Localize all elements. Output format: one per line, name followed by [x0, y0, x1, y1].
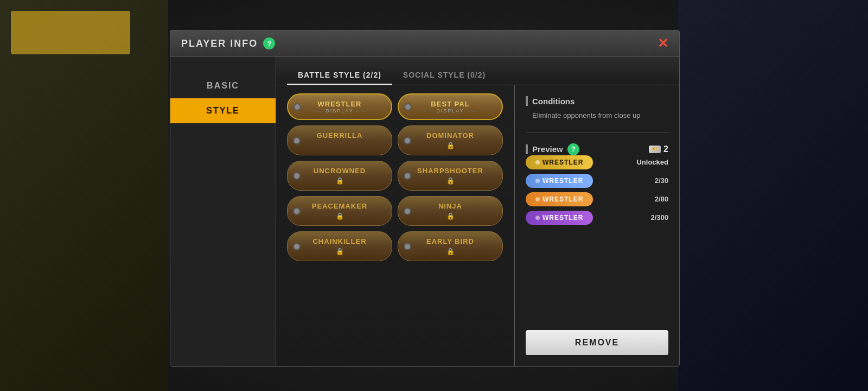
- info-badge[interactable]: ?: [263, 37, 275, 49]
- style-btn-dominator-lock: 🔒: [446, 142, 455, 149]
- style-btn-ninja-name: NINJA: [438, 202, 462, 210]
- dialog-title: PLAYER INFO: [181, 38, 258, 49]
- style-btn-uncrowned-name: UNCROWNED: [314, 167, 366, 175]
- style-grid: WRESTLER DISPLAY BEST PAL DISPLAY: [276, 85, 514, 366]
- style-btn-best-pal-display: DISPLAY: [423, 108, 477, 113]
- player-info-dialog: PLAYER INFO ? ✕ BASIC STYLE BATTLE STYLE…: [170, 30, 680, 367]
- style-btn-guerrilla-icon: [293, 137, 301, 144]
- style-btn-ninja-icon: [404, 207, 411, 215]
- right-panel: Conditions Eliminate opponents from clos…: [514, 85, 679, 366]
- preview-status-blue: 2/30: [655, 176, 668, 185]
- preview-info-badge[interactable]: ?: [567, 143, 579, 155]
- preview-status-purple: 2/300: [650, 213, 668, 222]
- style-btn-early-bird-name: EARLY BIRD: [426, 237, 474, 245]
- preview-badge-blue: WRESTLER: [526, 174, 593, 188]
- preview-title: Preview: [532, 144, 563, 154]
- conditions-section: Conditions Eliminate opponents from clos…: [526, 96, 668, 121]
- style-btn-peacemaker-name: PEACEMAKER: [312, 202, 367, 210]
- tabs-bar: BATTLE STYLE (2/2) SOCIAL STYLE (0/2): [276, 57, 679, 85]
- style-btn-ninja[interactable]: NINJA 🔒: [398, 196, 503, 226]
- background-right: [678, 0, 868, 391]
- background-left: [0, 0, 168, 391]
- preview-badge-purple: WRESTLER: [526, 211, 593, 225]
- style-btn-sharpshooter-icon: [404, 172, 411, 180]
- ticket-icon: 🎫: [649, 146, 661, 153]
- preview-bar: [526, 144, 528, 154]
- preview-header: Preview ? 🎫 2: [526, 143, 668, 155]
- style-btn-early-bird[interactable]: EARLY BIRD 🔒: [398, 231, 503, 261]
- conditions-bar: [526, 96, 528, 106]
- conditions-header: Conditions: [526, 96, 668, 106]
- preview-item-gold: WRESTLER Unlocked: [526, 155, 668, 169]
- divider: [526, 132, 668, 133]
- dialog-body: BASIC STYLE BATTLE STYLE (2/2) SOCIAL ST…: [170, 57, 679, 366]
- style-btn-best-pal[interactable]: BEST PAL DISPLAY: [398, 93, 503, 120]
- style-btn-sharpshooter[interactable]: SHARPSHOOTER 🔒: [398, 161, 503, 191]
- style-btn-wrestler-display: DISPLAY: [312, 108, 366, 113]
- style-btn-dominator[interactable]: DOMINATOR 🔒: [398, 125, 503, 155]
- style-btn-wrestler-name: WRESTLER: [318, 100, 362, 108]
- background-left-decoration: [11, 11, 130, 54]
- style-btn-sharpshooter-name: SHARPSHOOTER: [417, 167, 483, 175]
- style-btn-dominator-name: DOMINATOR: [426, 131, 474, 140]
- preview-title-group: Preview ?: [526, 143, 579, 155]
- title-bar: PLAYER INFO ? ✕: [170, 30, 679, 57]
- style-btn-best-pal-name: BEST PAL: [431, 100, 469, 108]
- style-btn-guerrilla[interactable]: GUERRILLA: [287, 125, 392, 155]
- preview-item-blue: WRESTLER 2/30: [526, 174, 668, 188]
- style-btn-chainkiller-icon: [293, 243, 301, 250]
- style-btn-chainkiller-lock: 🔒: [336, 248, 344, 255]
- style-btn-early-bird-icon: [404, 243, 411, 250]
- preview-badge-purple-dot: [535, 216, 540, 220]
- conditions-title: Conditions: [532, 97, 575, 106]
- remove-button[interactable]: REMOVE: [526, 330, 668, 355]
- style-btn-uncrowned-icon: [293, 172, 301, 180]
- tab-social-style[interactable]: SOCIAL STYLE (0/2): [392, 65, 496, 85]
- style-btn-sharpshooter-lock: 🔒: [446, 177, 455, 185]
- style-btn-wrestler-icon: [293, 103, 301, 111]
- style-btn-peacemaker-lock: 🔒: [336, 212, 344, 220]
- preview-item-orange: WRESTLER 2/80: [526, 192, 668, 206]
- preview-badge-orange: WRESTLER: [526, 192, 593, 206]
- style-btn-guerrilla-name: GUERRILLA: [317, 131, 363, 140]
- style-btn-chainkiller[interactable]: CHAINKILLER 🔒: [287, 231, 392, 261]
- preview-badge-blue-dot: [535, 179, 540, 183]
- ticket-count: 🎫 2: [649, 144, 668, 154]
- sidebar: BASIC STYLE: [170, 57, 276, 366]
- preview-badge-orange-dot: [535, 197, 540, 201]
- close-button[interactable]: ✕: [658, 37, 668, 50]
- preview-status-gold: Unlocked: [636, 158, 668, 166]
- style-btn-best-pal-icon: [404, 103, 412, 111]
- style-btn-peacemaker[interactable]: PEACEMAKER 🔒: [287, 196, 392, 226]
- style-btn-uncrowned-lock: 🔒: [336, 177, 344, 185]
- title-left: PLAYER INFO ?: [181, 37, 275, 49]
- style-btn-chainkiller-name: CHAINKILLER: [312, 237, 366, 245]
- tab-battle-style[interactable]: BATTLE STYLE (2/2): [287, 65, 392, 85]
- style-btn-ninja-lock: 🔒: [446, 212, 455, 220]
- preview-item-purple: WRESTLER 2/300: [526, 211, 668, 225]
- preview-badge-gold-dot: [535, 160, 540, 165]
- style-btn-dominator-icon: [404, 137, 411, 144]
- preview-section: Preview ? 🎫 2: [526, 143, 668, 225]
- preview-badge-gold: WRESTLER: [526, 155, 593, 169]
- style-btn-early-bird-lock: 🔒: [446, 248, 455, 255]
- style-btn-peacemaker-icon: [293, 207, 301, 215]
- sidebar-item-style[interactable]: STYLE: [170, 98, 276, 123]
- style-btn-wrestler[interactable]: WRESTLER DISPLAY: [287, 93, 392, 120]
- preview-list: WRESTLER Unlocked WRESTLER 2/30: [526, 155, 668, 225]
- preview-status-orange: 2/80: [655, 195, 668, 203]
- main-content: BATTLE STYLE (2/2) SOCIAL STYLE (0/2) WR…: [276, 57, 679, 366]
- style-btn-uncrowned[interactable]: UNCROWNED 🔒: [287, 161, 392, 191]
- conditions-text: Eliminate opponents from close up: [526, 110, 668, 121]
- content-split: WRESTLER DISPLAY BEST PAL DISPLAY: [276, 85, 679, 366]
- sidebar-item-basic[interactable]: BASIC: [170, 73, 276, 98]
